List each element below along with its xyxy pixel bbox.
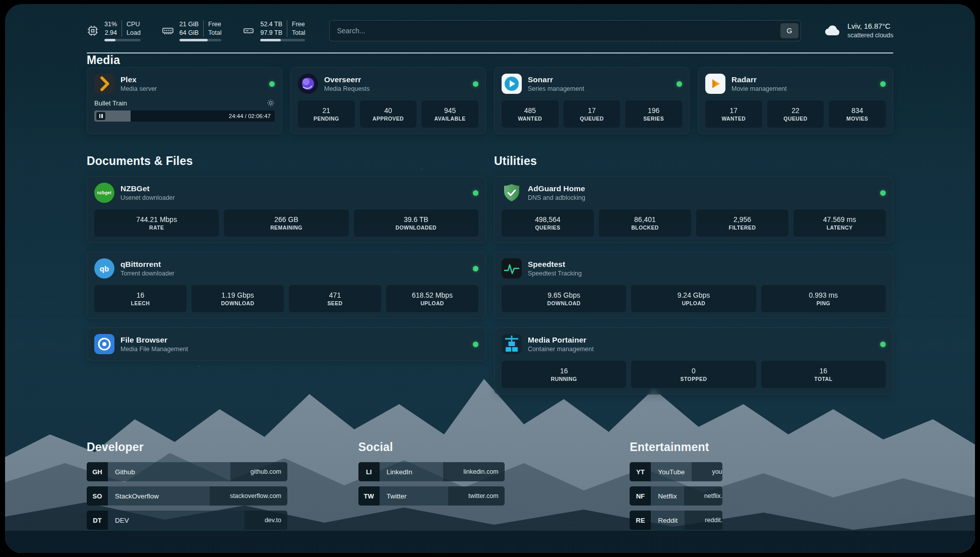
bookmark-youtube[interactable]: YT YouTube youtube.com bbox=[630, 462, 722, 481]
disk-free-label: Free bbox=[292, 20, 305, 28]
section-title-documents: Documents & Files bbox=[87, 154, 486, 168]
app-desc: DNS and adblocking bbox=[528, 194, 585, 202]
reddit-icon: RE bbox=[630, 511, 651, 530]
adguard-icon bbox=[502, 183, 522, 203]
app-card-qbittorrent[interactable]: qb qBittorrent Torrent downloader 16LEEC… bbox=[87, 252, 486, 319]
stat-latency: 47.569 msLATENCY bbox=[793, 209, 886, 237]
section-title-entertainment: Entertainment bbox=[630, 440, 893, 454]
utilities-column: Utilities AdGuard bbox=[494, 154, 893, 403]
weather-widget[interactable]: Lviv, 16.87°C scattered clouds bbox=[823, 22, 893, 40]
youtube-icon: YT bbox=[630, 462, 651, 481]
stat-upload: 9.24 GbpsUPLOAD bbox=[631, 285, 756, 312]
plex-icon bbox=[94, 74, 114, 94]
stat-movies: 834MOVIES bbox=[829, 100, 886, 128]
app-name: qBittorrent bbox=[120, 259, 174, 269]
status-dot bbox=[677, 81, 682, 87]
bookmark-netflix[interactable]: NF Netflix netflix.com bbox=[630, 486, 722, 506]
app-card-plex[interactable]: Plex Media server Bullet Train bbox=[87, 67, 282, 134]
media-card-row: Plex Media server Bullet Train bbox=[87, 67, 893, 134]
bookmark-stackoverflow[interactable]: SO StackOverflow stackoverflow.com bbox=[87, 486, 287, 506]
github-icon: GH bbox=[87, 462, 108, 481]
cpu-chip-icon bbox=[87, 25, 99, 37]
search-engine-button[interactable]: G bbox=[780, 23, 799, 38]
app-name: Media Portainer bbox=[528, 335, 594, 345]
stat-approved: 40APPROVED bbox=[360, 100, 417, 128]
app-desc: Torrent downloader bbox=[120, 269, 174, 277]
stat-leech: 16LEECH bbox=[94, 285, 187, 312]
bookmark-twitter[interactable]: TW Twitter twitter.com bbox=[358, 486, 505, 506]
app-card-filebrowser[interactable]: File Browser Media File Management bbox=[87, 327, 486, 361]
cloud-icon bbox=[823, 22, 841, 40]
memory-progress-bar bbox=[179, 39, 222, 41]
top-bar: 31% 2.94 CPU Load bbox=[87, 19, 893, 42]
app-card-speedtest[interactable]: Speedtest Speedtest Tracking 9.65 GbpsDO… bbox=[494, 252, 893, 319]
stat-upload: 618.52 MbpsUPLOAD bbox=[386, 285, 478, 312]
stat-ping: 0.993 msPING bbox=[761, 285, 886, 312]
sonarr-icon bbox=[502, 74, 522, 94]
app-desc: Media Requests bbox=[324, 85, 370, 93]
stat-queries: 498,564QUERIES bbox=[502, 209, 594, 237]
app-desc: Media server bbox=[120, 85, 157, 93]
app-card-adguard[interactable]: AdGuard Home DNS and adblocking 498,564Q… bbox=[494, 176, 893, 243]
bookmark-group-social: Social LI LinkedIn linkedin.com TW Twitt… bbox=[358, 440, 622, 530]
overseerr-icon bbox=[298, 74, 318, 94]
memory-free: 21 GiB bbox=[179, 20, 199, 28]
app-desc: Series management bbox=[528, 85, 584, 93]
section-title-utilities: Utilities bbox=[494, 154, 893, 168]
status-dot bbox=[880, 190, 886, 196]
stat-wanted: 485WANTED bbox=[502, 100, 559, 128]
app-card-radarr[interactable]: Radarr Movie management 17WANTED 22QUEUE… bbox=[698, 67, 893, 134]
cpu-load-label: Load bbox=[127, 29, 141, 37]
settings-gear-icon[interactable] bbox=[267, 99, 275, 107]
app-card-overseerr[interactable]: Overseerr Media Requests 21PENDING 40APP… bbox=[290, 67, 486, 134]
portainer-icon bbox=[502, 334, 522, 354]
weather-condition: scattered clouds bbox=[847, 31, 893, 40]
stat-downloaded: 39.6 TBDOWNLOADED bbox=[354, 209, 478, 237]
stat-total: 16TOTAL bbox=[761, 361, 886, 388]
disk-widget: 52.4 TB 97.9 TB Free Total bbox=[242, 20, 305, 41]
radarr-icon bbox=[705, 74, 725, 94]
bookmark-github[interactable]: GH Github github.com bbox=[87, 462, 287, 481]
disk-total: 97.9 TB bbox=[260, 29, 282, 37]
disk-drive-icon bbox=[242, 25, 255, 37]
bookmark-reddit[interactable]: RE Reddit reddit.com bbox=[630, 511, 722, 530]
section-title-media: Media bbox=[87, 53, 893, 67]
stackoverflow-icon: SO bbox=[87, 486, 108, 506]
section-title-developer: Developer bbox=[87, 440, 350, 454]
stat-running: 16RUNNING bbox=[502, 361, 626, 388]
bookmark-linkedin[interactable]: LI LinkedIn linkedin.com bbox=[358, 462, 505, 481]
status-dot bbox=[473, 342, 478, 347]
stat-filtered: 2,956FILTERED bbox=[696, 209, 788, 237]
app-name: File Browser bbox=[120, 335, 188, 345]
stat-available: 945AVAILABLE bbox=[421, 100, 478, 128]
app-desc: Movie management bbox=[731, 85, 787, 93]
app-desc: Media File Management bbox=[120, 345, 188, 353]
app-card-sonarr[interactable]: Sonarr Series management 485WANTED 17QUE… bbox=[494, 67, 690, 134]
netflix-icon: NF bbox=[630, 486, 651, 506]
stat-blocked: 86,401BLOCKED bbox=[599, 209, 691, 237]
cpu-percent: 31% bbox=[104, 20, 117, 28]
status-dot bbox=[269, 81, 275, 87]
plex-player-bar[interactable]: 24:44 / 02:06:47 bbox=[94, 110, 275, 122]
memory-widget: 21 GiB 64 GiB Free Total bbox=[162, 20, 222, 41]
bookmark-group-developer: Developer GH Github github.com SO StackO… bbox=[87, 440, 350, 530]
stat-stopped: 0STOPPED bbox=[631, 361, 756, 388]
disk-total-label: Total bbox=[292, 29, 305, 37]
documents-column: Documents & Files nzbget NZBGet Usenet d… bbox=[87, 154, 486, 403]
stat-remaining: 266 GBREMAINING bbox=[224, 209, 348, 237]
search-input[interactable] bbox=[330, 27, 778, 35]
bookmark-dev[interactable]: DT DEV dev.to bbox=[87, 511, 287, 530]
app-card-nzbget[interactable]: nzbget NZBGet Usenet downloader 744.21 M… bbox=[87, 176, 486, 243]
status-dot bbox=[473, 81, 478, 87]
stat-queued: 22QUEUED bbox=[767, 100, 824, 128]
app-card-portainer[interactable]: Media Portainer Container management 16R… bbox=[494, 327, 893, 395]
pause-button[interactable] bbox=[96, 112, 105, 120]
speedtest-icon bbox=[502, 258, 522, 278]
status-dot bbox=[473, 190, 478, 196]
search-bar[interactable]: G bbox=[329, 20, 801, 41]
app-name: Overseerr bbox=[324, 75, 370, 85]
disk-progress-bar bbox=[260, 39, 305, 41]
qbittorrent-icon: qb bbox=[94, 258, 114, 278]
app-name: Plex bbox=[120, 75, 157, 85]
app-name: Sonarr bbox=[528, 75, 584, 85]
